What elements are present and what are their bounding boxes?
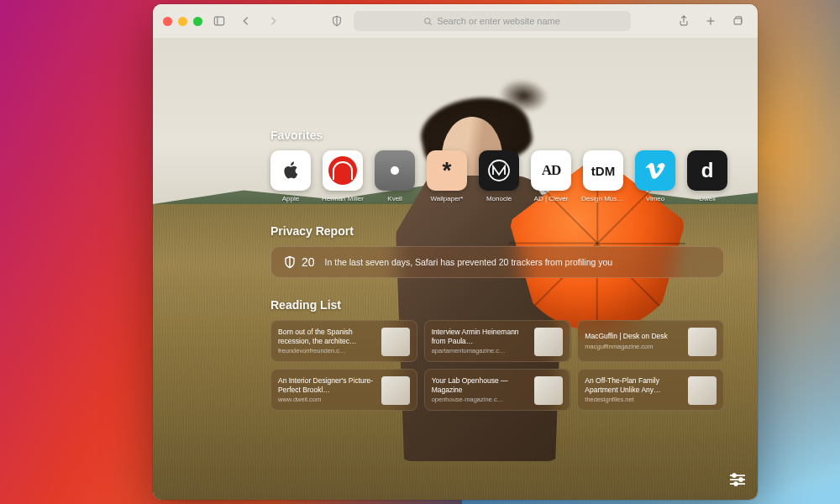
svg-line-4 <box>429 23 431 24</box>
herman-miller-icon <box>323 150 363 191</box>
customize-start-page-button[interactable] <box>727 470 748 490</box>
favorite-label: AD | Clever <box>529 195 573 202</box>
tabs-overview-button[interactable] <box>727 13 748 29</box>
reading-item-source: thedesignfiles.net <box>585 396 681 403</box>
favorite-dwell[interactable]: d Dwell <box>687 150 727 202</box>
favorite-apple[interactable]: Apple <box>270 150 311 202</box>
start-page: Favorites Apple Herman Miller Kvell <box>153 38 758 500</box>
share-button[interactable] <box>674 13 694 29</box>
sidebar-toggle-button[interactable] <box>209 13 229 29</box>
favorite-vimeo[interactable]: Vimeo <box>635 150 675 202</box>
reading-list-item[interactable]: An Interior Designer's Picture-Perfect B… <box>270 369 417 411</box>
favorite-ad[interactable]: AD AD | Clever <box>531 150 571 202</box>
browser-toolbar: Search or enter website name <box>153 4 758 38</box>
reading-thumbnail <box>534 328 563 356</box>
search-icon <box>423 17 433 26</box>
window-controls <box>163 17 202 26</box>
fullscreen-window-button[interactable] <box>193 17 202 26</box>
reading-item-title: An Off-The-Plan Family Apartment Unlike … <box>585 376 681 393</box>
reading-item-title: Interview Armin Heinemann from Paula… <box>432 328 528 344</box>
reading-item-title: Born out of the Spanish recession, the a… <box>278 328 375 344</box>
privacy-message: In the last seven days, Safari has preve… <box>325 257 613 267</box>
favorite-monocle[interactable]: Monocle <box>479 150 519 202</box>
svg-point-13 <box>732 474 736 477</box>
favorite-wallpaper[interactable]: * Wallpaper* <box>427 150 467 202</box>
reading-list-item[interactable]: An Off-The-Plan Family Apartment Unlike … <box>577 369 724 411</box>
new-tab-button[interactable] <box>701 13 721 29</box>
reading-list-heading: Reading List <box>270 298 724 312</box>
minimize-window-button[interactable] <box>178 17 187 26</box>
svg-rect-7 <box>734 18 742 24</box>
favorite-label: Kvell <box>373 195 417 202</box>
vimeo-icon <box>635 150 675 191</box>
reading-list-item[interactable]: MacGuffin | Desk on Desk macguffinmagazi… <box>577 320 724 362</box>
favorite-label: Dwell <box>685 195 729 202</box>
address-bar[interactable]: Search or enter website name <box>354 11 631 31</box>
favorite-label: Vimeo <box>633 195 677 202</box>
favorite-label: Herman Miller <box>321 195 365 202</box>
address-bar-placeholder: Search or enter website name <box>437 16 560 26</box>
svg-point-3 <box>425 18 430 23</box>
favorites-row: Apple Herman Miller Kvell * Wallpaper* <box>270 150 724 202</box>
svg-point-8 <box>489 160 509 181</box>
reading-item-source: www.dwell.com <box>278 396 375 403</box>
reading-item-title: Your Lab Openhouse — Magazine <box>432 376 528 393</box>
reading-item-source: openhouse-magazine.c… <box>432 396 528 403</box>
favorite-herman-miller[interactable]: Herman Miller <box>323 150 363 202</box>
reading-thumbnail <box>381 376 410 405</box>
privacy-report-card[interactable]: 20 In the last seven days, Safari has pr… <box>270 246 724 278</box>
forward-button[interactable] <box>263 13 283 29</box>
favorite-kvell[interactable]: Kvell <box>375 150 415 202</box>
safari-window: Search or enter website name <box>153 4 758 500</box>
reading-thumbnail <box>534 376 563 405</box>
svg-point-15 <box>734 482 738 486</box>
reading-item-source: apartamentomagazine.c… <box>432 347 528 354</box>
favorite-label: Apple <box>269 195 312 202</box>
reading-list-item[interactable]: Your Lab Openhouse — Magazine openhouse-… <box>424 369 571 411</box>
favorite-label: Wallpaper* <box>425 195 469 202</box>
privacy-report-button[interactable] <box>327 13 347 29</box>
apple-icon <box>270 150 311 191</box>
wallpaper-icon: * <box>427 150 467 191</box>
shield-icon: 20 <box>283 255 315 269</box>
back-button[interactable] <box>236 13 256 29</box>
favorite-label: Monocle <box>477 195 521 202</box>
reading-list-grid: Born out of the Spanish recession, the a… <box>270 320 724 411</box>
reading-item-title: MacGuffin | Desk on Desk <box>585 332 681 340</box>
svg-point-14 <box>739 478 743 481</box>
privacy-report-heading: Privacy Report <box>270 224 724 238</box>
close-window-button[interactable] <box>163 17 172 26</box>
reading-item-title: An Interior Designer's Picture-Perfect B… <box>278 376 375 393</box>
reading-list-item[interactable]: Born out of the Spanish recession, the a… <box>270 320 417 362</box>
reading-thumbnail <box>688 328 717 356</box>
favorite-label: Design Museum <box>581 195 625 202</box>
reading-thumbnail <box>688 376 717 405</box>
favorite-design-museum[interactable]: tDM Design Museum <box>583 150 623 202</box>
monocle-icon <box>479 150 519 191</box>
ad-icon: AD <box>531 150 571 191</box>
kvell-icon <box>375 150 415 191</box>
tracker-count: 20 <box>302 255 315 269</box>
reading-thumbnail <box>381 328 410 356</box>
svg-rect-0 <box>214 17 223 25</box>
design-museum-icon: tDM <box>583 150 623 191</box>
favorites-heading: Favorites <box>270 129 724 142</box>
reading-list-item[interactable]: Interview Armin Heinemann from Paula… ap… <box>424 320 571 362</box>
dwell-icon: d <box>687 150 727 191</box>
reading-item-source: freundevonfreunden.c… <box>278 347 375 354</box>
reading-item-source: macguffinmagazine.com <box>585 343 681 350</box>
